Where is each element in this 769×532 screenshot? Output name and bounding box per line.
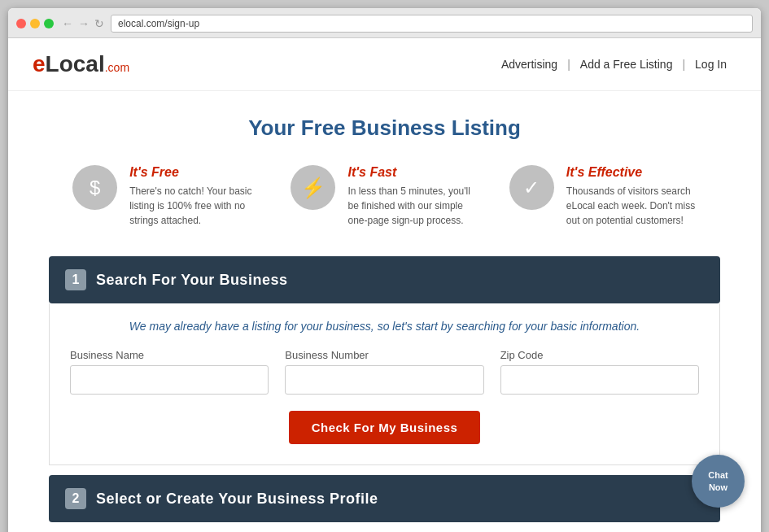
feature-fast: ⚡ It's Fast In less than 5 minutes, you'…	[291, 165, 478, 228]
business-number-field: Business Number	[285, 349, 483, 395]
step-1-header: 1 Search For Your Business	[49, 256, 720, 303]
site-nav: Advertising | Add a Free Listing | Log I…	[492, 58, 736, 71]
logo-com: .com	[105, 61, 129, 74]
advertising-link[interactable]: Advertising	[492, 58, 567, 71]
feature-fast-desc: In less than 5 minutes, you'll be finish…	[347, 184, 478, 228]
feature-effective-text: It's Effective Thousands of visitors sea…	[566, 165, 697, 228]
page-content: eLocal.com Advertising | Add a Free List…	[8, 38, 761, 532]
logo-e: e	[33, 51, 46, 76]
chat-now-label: ChatNow	[708, 469, 727, 493]
feature-effective: ✓ It's Effective Thousands of visitors s…	[509, 165, 697, 228]
login-link[interactable]: Log In	[685, 58, 736, 71]
minimize-dot[interactable]	[30, 19, 40, 28]
refresh-icon[interactable]: ↻	[94, 17, 104, 30]
browser-chrome: ← → ↻ elocal.com/sign-up	[8, 8, 761, 38]
forward-arrow-icon[interactable]: →	[78, 17, 90, 30]
address-bar[interactable]: elocal.com/sign-up	[111, 15, 753, 33]
feature-free-title: It's Free	[129, 165, 260, 180]
step-1-number: 1	[65, 269, 86, 290]
site-header: eLocal.com Advertising | Add a Free List…	[8, 38, 761, 91]
logo: eLocal.com	[33, 51, 129, 77]
feature-fast-text: It's Fast In less than 5 minutes, you'll…	[347, 165, 478, 228]
business-name-field: Business Name	[70, 349, 269, 395]
chat-now-button[interactable]: ChatNow	[692, 455, 745, 508]
search-form-area: We may already have a listing for your b…	[49, 303, 720, 465]
back-arrow-icon[interactable]: ←	[62, 17, 73, 30]
feature-free-desc: There's no catch! Your basic listing is …	[129, 184, 260, 228]
main-content: Your Free Business Listing $ It's Free T…	[8, 91, 761, 532]
feature-effective-title: It's Effective	[566, 165, 697, 180]
step-1-section: 1 Search For Your Business We may alread…	[49, 256, 720, 465]
lightning-icon: ⚡	[291, 165, 335, 210]
form-row: Business Name Business Number Zip Code	[70, 349, 699, 395]
logo-local: Local	[46, 51, 105, 76]
step-2-section: 2 Select or Create Your Business Profile	[49, 475, 720, 522]
add-listing-link[interactable]: Add a Free Listing	[570, 58, 683, 71]
business-name-label: Business Name	[70, 349, 269, 361]
maximize-dot[interactable]	[44, 19, 54, 28]
business-number-label: Business Number	[285, 349, 483, 361]
step-1-title: Search For Your Business	[96, 272, 287, 289]
browser-nav: ← → ↻	[62, 17, 104, 30]
feature-effective-desc: Thousands of visitors search eLocal each…	[566, 184, 697, 228]
step-2-header: 2 Select or Create Your Business Profile	[49, 475, 720, 522]
browser-window: ← → ↻ elocal.com/sign-up eLocal.com Adve…	[8, 8, 761, 532]
business-name-input[interactable]	[70, 365, 269, 395]
feature-free: $ It's Free There's no catch! Your basic…	[72, 165, 260, 228]
features-row: $ It's Free There's no catch! Your basic…	[49, 165, 720, 228]
search-subtitle: We may already have a listing for your b…	[70, 320, 699, 333]
zip-code-input[interactable]	[500, 365, 699, 395]
feature-fast-title: It's Fast	[347, 165, 478, 180]
close-dot[interactable]	[16, 19, 26, 28]
check-btn-wrapper: Check For My Business	[70, 411, 699, 444]
check-for-my-business-button[interactable]: Check For My Business	[289, 411, 481, 444]
page-title: Your Free Business Listing	[49, 116, 720, 141]
dollar-icon: $	[72, 165, 117, 210]
business-number-input[interactable]	[285, 365, 483, 395]
browser-dots	[16, 19, 54, 28]
step-2-title: Select or Create Your Business Profile	[96, 491, 378, 508]
zip-code-label: Zip Code	[500, 349, 699, 361]
feature-free-text: It's Free There's no catch! Your basic l…	[129, 165, 260, 228]
step-2-number: 2	[65, 488, 86, 509]
zip-code-field: Zip Code	[500, 349, 699, 395]
checkmark-icon: ✓	[509, 165, 554, 210]
